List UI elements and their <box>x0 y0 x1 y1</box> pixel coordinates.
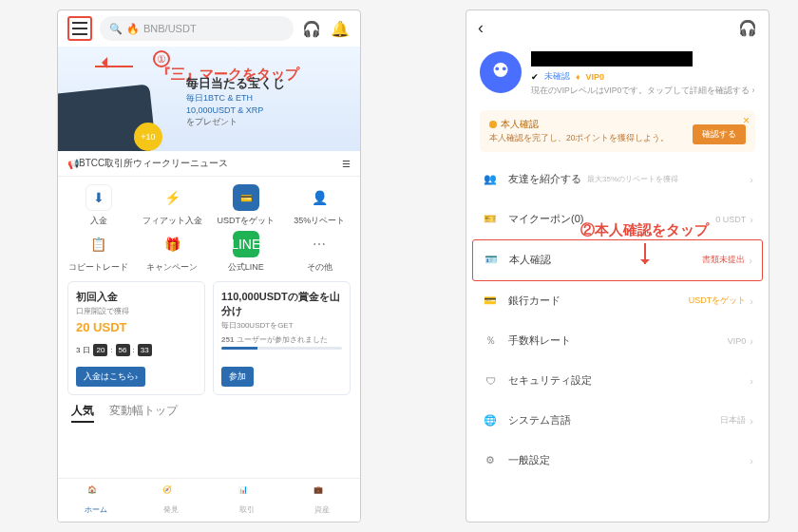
speaker-icon: 📢 <box>67 159 79 169</box>
hero-title: 毎日当たる宝くじ <box>186 75 285 92</box>
id-card-icon: 🪪 <box>483 252 500 269</box>
gift-icon: 🎁 <box>159 231 185 257</box>
username-redacted <box>531 51 693 66</box>
market-tabs: 人気 変動幅トップ <box>58 395 360 427</box>
phone-home-screen: 🔍 🔥 BNB/USDT 🎧 🔔 ① 『三』マークをタップ +10 毎日当たる宝… <box>57 10 361 522</box>
vip-badge: VIP0 <box>586 72 605 82</box>
copy-icon: 📋 <box>86 231 112 257</box>
chevron-right-icon: › <box>750 375 753 387</box>
quick-copytrade[interactable]: 📋コピートレード <box>64 231 134 274</box>
menu-fee-rate[interactable]: ％ 手数料レート VIP0 › <box>466 321 769 361</box>
menu-referral[interactable]: 👥 友達を紹介する 最大35%のリベートを獲得 › <box>466 160 769 200</box>
promo-cards: 初回入金 口座開設で獲得 20 USDT 3日 20: 56: 33 入金はこち… <box>58 281 360 395</box>
shield-icon: 🛡 <box>482 372 499 390</box>
menu-general[interactable]: ⚙ 一般設定 › <box>466 441 769 481</box>
quick-usdt[interactable]: 💳USDTをゲット <box>211 184 281 227</box>
menu-bank-card[interactable]: 💳 銀行カード USDTをゲット › <box>466 281 769 321</box>
deposit-icon: ⬇ <box>86 184 112 211</box>
tab-movers[interactable]: 変動幅トップ <box>109 403 178 423</box>
chevron-right-icon: › <box>750 455 753 466</box>
bell-icon[interactable]: 🔔 <box>330 18 351 39</box>
nav-trade[interactable]: 📊取引 <box>209 479 285 522</box>
menu-coupons[interactable]: 🎫 マイクーポン(0) 0 USDT › <box>466 200 769 239</box>
more-icon: ⋯ <box>306 231 332 257</box>
verify-banner[interactable]: × 本人確認 本人確認を完了し、20ポイントを獲得しよう。 確認する <box>480 110 755 152</box>
list-icon[interactable]: ☰ <box>342 159 351 169</box>
globe-icon: 🌐 <box>482 412 499 429</box>
menu-security[interactable]: 🛡 セキュリティ設定 › <box>466 361 769 401</box>
quick-line[interactable]: LINE公式LINE <box>211 231 281 274</box>
percent-icon: ％ <box>482 332 499 350</box>
phone-profile-screen: ‹ 🎧 ✔ 未確認 ♦ VIP0 現在のVIPレベルはVIP0です。タップして詳… <box>466 10 770 522</box>
tab-popular[interactable]: 人気 <box>71 403 94 423</box>
chevron-right-icon: › <box>750 335 753 347</box>
quick-fiat[interactable]: ⚡フィアット入金 <box>138 184 208 227</box>
headset-icon[interactable]: 🎧 <box>738 19 757 37</box>
svg-point-0 <box>494 63 508 77</box>
profile-top-bar: ‹ 🎧 <box>466 10 769 46</box>
profile-header: ✔ 未確認 ♦ VIP0 現在のVIPレベルはVIP0です。タップして詳細を確認… <box>466 46 769 103</box>
vip-description[interactable]: 現在のVIPレベルはVIP0です。タップして詳細を確認する › <box>531 86 755 97</box>
join-button[interactable]: 参加 <box>221 367 254 387</box>
quick-campaign[interactable]: 🎁キャンペーン <box>138 231 208 274</box>
settings-menu: 👥 友達を紹介する 最大35%のリベートを獲得 › ②本人確認をタップ 🎫 マイ… <box>466 160 769 481</box>
avatar[interactable] <box>480 51 522 93</box>
bottom-nav: 🏠ホーム 🧭発見 📊取引 💼資産 <box>58 478 360 522</box>
chevron-right-icon: › <box>750 415 753 427</box>
news-ticker[interactable]: 📢 BTCC取引所ウィークリーニュース ☰ <box>58 151 360 177</box>
search-text: BNB/USDT <box>143 23 197 34</box>
chevron-right-icon: › <box>749 255 752 266</box>
people-icon: 👥 <box>482 171 499 188</box>
quick-other[interactable]: ⋯その他 <box>285 231 355 274</box>
chevron-right-icon: › <box>750 174 753 185</box>
svg-point-2 <box>503 66 506 70</box>
fire-icon: 🔥 <box>126 23 140 35</box>
promo-prize-pool[interactable]: 110,000USDTの賞金を山分け 毎日300USDTをGET 251 ユーザ… <box>213 281 351 395</box>
svg-point-1 <box>495 66 499 70</box>
crown-icon: ♦ <box>576 72 580 82</box>
card-icon: 💳 <box>233 184 259 211</box>
progress-bar <box>221 347 342 350</box>
quick-rebate[interactable]: 👤35%リベート <box>285 184 355 227</box>
bank-card-icon: 💳 <box>482 293 499 310</box>
verify-button[interactable]: 確認する <box>693 124 746 144</box>
chevron-right-icon: › <box>750 295 753 307</box>
chevron-right-icon: › <box>750 214 753 225</box>
nav-home[interactable]: 🏠ホーム <box>58 479 134 522</box>
nav-assets[interactable]: 💼資産 <box>285 479 361 522</box>
menu-language[interactable]: 🌐 システム言語 日本語 › <box>466 401 769 441</box>
trade-icon: 📊 <box>238 485 256 503</box>
gear-icon: ⚙ <box>482 452 499 469</box>
verify-icon: ✔ <box>531 72 539 82</box>
person-plus-icon: 👤 <box>306 184 332 211</box>
hero-banner[interactable]: ① 『三』マークをタップ +10 毎日当たる宝くじ 毎日1BTC & ETH 1… <box>58 47 360 151</box>
line-icon: LINE <box>233 231 259 257</box>
compass-icon: 🧭 <box>162 485 180 503</box>
search-bar[interactable]: 🔍 🔥 BNB/USDT <box>100 16 294 41</box>
headset-icon[interactable]: 🎧 <box>301 18 322 39</box>
dot-icon <box>489 121 497 128</box>
ticket-icon: 🎫 <box>482 211 499 228</box>
top-bar: 🔍 🔥 BNB/USDT 🎧 🔔 <box>58 10 360 47</box>
quick-deposit[interactable]: ⬇入金 <box>64 184 134 227</box>
countdown: 3日 20: 56: 33 <box>76 344 197 356</box>
deposit-cta-button[interactable]: 入金はこちら › <box>76 367 145 387</box>
annotation-1: ① 『三』マークをタップ <box>77 52 170 67</box>
home-icon: 🏠 <box>87 485 104 503</box>
unverified-badge: 未確認 <box>544 70 570 83</box>
nav-discover[interactable]: 🧭発見 <box>134 479 210 522</box>
plus-10-badge: +10 <box>134 123 162 151</box>
hamburger-menu-button[interactable] <box>67 16 92 41</box>
wallet-icon: 💼 <box>314 485 331 503</box>
menu-kyc[interactable]: 🪪 本人確認 書類未提出 › <box>472 239 763 281</box>
promo-first-deposit[interactable]: 初回入金 口座開設で獲得 20 USDT 3日 20: 56: 33 入金はこち… <box>67 281 205 395</box>
lightning-icon: ⚡ <box>159 184 185 211</box>
quick-actions: ⬇入金 ⚡フィアット入金 💳USDTをゲット 👤35%リベート 📋コピートレード… <box>58 177 360 281</box>
back-button[interactable]: ‹ <box>478 18 484 38</box>
search-icon: 🔍 <box>109 23 123 35</box>
